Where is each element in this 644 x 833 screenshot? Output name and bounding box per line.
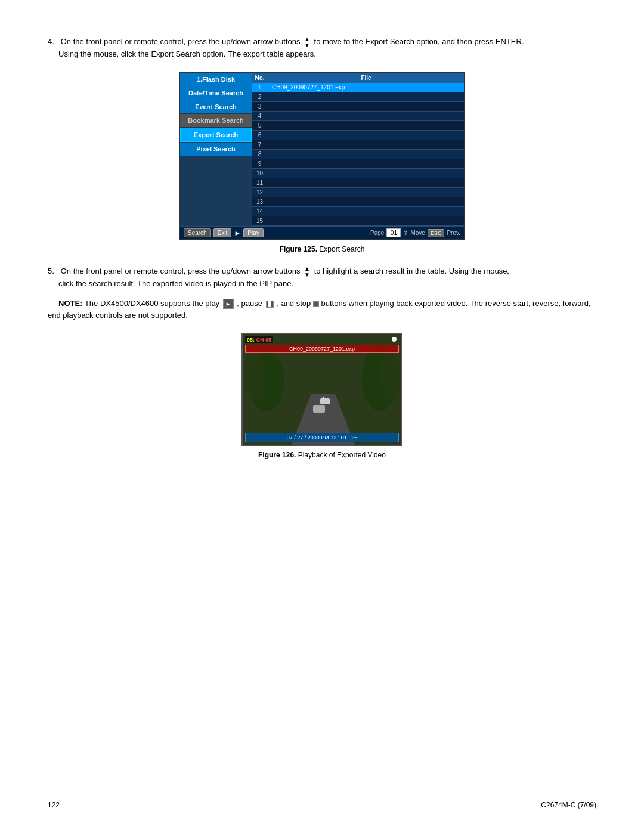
step4-text2: to move to the Export Search option, and…	[314, 37, 524, 46]
step5-text3: click the search result. The exported vi…	[58, 279, 293, 288]
table-row[interactable]: 5	[252, 121, 464, 131]
row-number: 5	[252, 121, 268, 130]
up-down-arrows-icon: ▲▼	[304, 266, 310, 278]
figure125-caption: Figure 125. Export Search	[48, 245, 596, 253]
table-row[interactable]: 8	[252, 150, 464, 159]
pip-channel-label: 05: CH 05	[245, 336, 273, 343]
row-filename: CH09_20090727_1201.exp	[268, 83, 464, 92]
row-number: 13	[252, 197, 268, 206]
menu-item-datetime-search[interactable]: Date/Time Search	[180, 86, 252, 100]
svg-point-5	[243, 352, 267, 400]
table-row[interactable]: 9	[252, 159, 464, 169]
step5-text1: On the front panel or remote control, pr…	[61, 267, 301, 275]
row-filename	[268, 112, 464, 120]
table-row[interactable]: 12	[252, 188, 464, 197]
pip-video-container: 05: CH 05 CH09_20090727_1201.exp 07 / 27…	[48, 333, 596, 446]
dvr-bottom-bar: Search Exit ► Play Page ⇕ Move ESC Prev.	[180, 226, 464, 239]
figure126-caption: Figure 126. Playback of Exported Video	[48, 451, 596, 459]
row-number: 7	[252, 140, 268, 149]
move-label: Move	[410, 230, 425, 236]
row-number: 9	[252, 159, 268, 168]
prev-label: Prev.	[447, 230, 460, 236]
row-number: 12	[252, 188, 268, 197]
dvr-menu: 1.Flash Disk Date/Time Search Event Sear…	[180, 73, 252, 226]
menu-item-flash-disk[interactable]: 1.Flash Disk	[180, 73, 252, 86]
menu-item-pixel-search[interactable]: Pixel Search	[180, 143, 252, 156]
table-row[interactable]: 1 CH09_20090727_1201.exp	[252, 83, 464, 92]
exit-button[interactable]: Exit	[213, 228, 232, 237]
note-text2: , pause	[237, 299, 262, 308]
pip-video: 05: CH 05 CH09_20090727_1201.exp 07 / 27…	[242, 333, 402, 446]
step4-paragraph: 4. On the front panel or remote control,…	[48, 36, 596, 60]
svg-rect-8	[313, 405, 325, 413]
row-filename	[268, 197, 464, 206]
row-number: 15	[252, 216, 268, 225]
step5-paragraph: 5. On the front panel or remote control,…	[48, 265, 596, 289]
dvr-ui: 1.Flash Disk Date/Time Search Event Sear…	[179, 72, 465, 240]
row-filename	[268, 121, 464, 130]
menu-item-bookmark-search[interactable]: Bookmark Search	[180, 114, 252, 127]
note-text3: , and stop	[277, 299, 311, 308]
row-filename	[268, 140, 464, 149]
row-filename	[268, 102, 464, 111]
table-row[interactable]: 14	[252, 207, 464, 216]
play-button[interactable]: Play	[243, 228, 263, 237]
dvr-file-table: No. File 1 CH09_20090727_1201.exp 2 3	[252, 73, 464, 226]
row-filename	[268, 178, 464, 187]
stop-inline-icon	[313, 301, 319, 307]
menu-item-event-search[interactable]: Event Search	[180, 100, 252, 113]
row-number: 8	[252, 150, 268, 159]
dvr-bottom-page: Page ⇕ Move ESC Prev.	[370, 228, 460, 237]
row-filename	[268, 92, 464, 101]
menu-item-export-search[interactable]: Export Search	[180, 128, 252, 142]
table-row[interactable]: 6	[252, 131, 464, 140]
row-number: 11	[252, 178, 268, 187]
row-number: 3	[252, 102, 268, 111]
row-filename	[268, 216, 464, 225]
table-row[interactable]: 3	[252, 102, 464, 112]
figure126-text: Playback of Exported Video	[298, 451, 386, 459]
pip-timestamp: 07 / 27 / 2009 PM 12 : 01 : 25	[245, 433, 399, 442]
row-number: 4	[252, 112, 268, 120]
dvr-header-file: File	[268, 73, 464, 83]
dvr-bottom-controls: Search Exit ► Play	[184, 228, 264, 237]
page-input[interactable]	[386, 228, 401, 237]
dvr-table-header: No. File	[252, 73, 464, 83]
step5-text2: to highlight a search result in the tabl…	[314, 267, 509, 275]
table-row[interactable]: 13	[252, 197, 464, 207]
table-row[interactable]: 11	[252, 178, 464, 188]
move-arrow-icon: ⇕	[403, 230, 408, 236]
row-number: 10	[252, 169, 268, 178]
figure126-label: Figure 126.	[258, 451, 296, 459]
row-number: 1	[252, 83, 268, 92]
page-number-left: 122	[48, 801, 60, 809]
row-number: 2	[252, 92, 268, 101]
dvr-header-no: No.	[252, 73, 268, 83]
play-inline-icon: ►	[223, 299, 234, 309]
pip-filename-overlay: CH09_20090727_1201.exp	[245, 345, 399, 353]
pause-inline-icon	[266, 301, 274, 308]
page-box: Page	[370, 228, 401, 237]
note-label: NOTE:	[58, 299, 82, 308]
figure125-text: Export Search	[319, 245, 364, 253]
esc-button[interactable]: ESC	[428, 229, 445, 237]
search-button[interactable]: Search	[184, 228, 211, 237]
dvr-inner: 1.Flash Disk Date/Time Search Event Sear…	[180, 73, 464, 226]
page-number-right: C2674M-C (7/09)	[541, 801, 596, 809]
table-row[interactable]: 2	[252, 92, 464, 102]
table-row[interactable]: 4	[252, 112, 464, 121]
row-number: 14	[252, 207, 268, 216]
row-filename	[268, 169, 464, 178]
step4-text3: Using the mouse, click the Export Search…	[58, 49, 316, 58]
table-row[interactable]: 7	[252, 140, 464, 150]
table-row[interactable]: 10	[252, 169, 464, 178]
up-arrow-icon: ▲▼	[304, 36, 310, 48]
table-row[interactable]: 15	[252, 216, 464, 226]
note-paragraph: NOTE: The DX4500/DX4600 supports the pla…	[48, 298, 596, 321]
row-filename	[268, 150, 464, 159]
dvr-screenshot-container: 1.Flash Disk Date/Time Search Event Sear…	[48, 72, 596, 240]
page-label: Page	[370, 230, 384, 236]
row-filename	[268, 131, 464, 140]
row-filename	[268, 207, 464, 216]
row-number: 6	[252, 131, 268, 140]
